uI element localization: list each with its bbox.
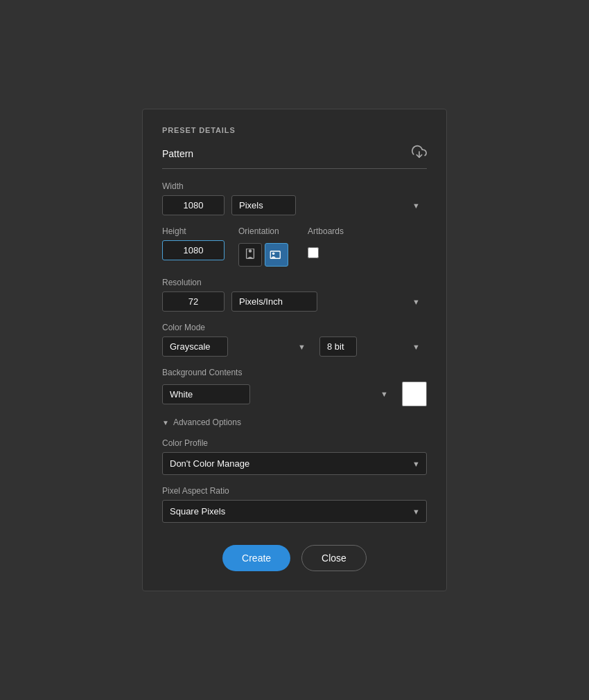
- svg-point-2: [249, 249, 252, 253]
- height-input[interactable]: [162, 240, 225, 260]
- height-orientation-row: Height Orientation: [162, 226, 427, 267]
- width-row: Pixels Inches Centimeters Millimeters Po…: [162, 195, 427, 215]
- height-label: Height: [162, 226, 225, 236]
- resolution-input[interactable]: [162, 291, 225, 312]
- save-icon[interactable]: [412, 144, 427, 163]
- artboards-label: Artboards: [308, 226, 344, 236]
- advanced-options-toggle[interactable]: ▼ Advanced Options: [162, 418, 427, 427]
- width-input[interactable]: [162, 195, 225, 215]
- width-group: Width Pixels Inches Centimeters Millimet…: [162, 181, 427, 215]
- color-mode-select[interactable]: Grayscale RGB Color CMYK Color Lab Color…: [162, 336, 228, 357]
- height-group: Height: [162, 226, 225, 260]
- color-profile-group: Color Profile Don't Color Manage sRGB IE…: [162, 438, 427, 475]
- advanced-options-label: Advanced Options: [173, 418, 241, 427]
- pixel-ratio-wrapper: Square Pixels D1/DV NTSC (0.91) D1/DV PA…: [162, 500, 427, 523]
- bit-depth-wrapper: 8 bit 16 bit 32 bit ▼: [319, 336, 427, 357]
- resolution-row: Pixels/Inch Pixels/Centimeter ▼: [162, 291, 427, 312]
- color-mode-wrapper: Grayscale RGB Color CMYK Color Lab Color…: [162, 336, 313, 357]
- color-profile-select[interactable]: Don't Color Manage sRGB IEC61966-2.1 Ado…: [162, 452, 427, 475]
- color-mode-chevron-icon: ▼: [298, 343, 306, 351]
- color-mode-row: Grayscale RGB Color CMYK Color Lab Color…: [162, 336, 427, 357]
- resolution-unit-select[interactable]: Pixels/Inch Pixels/Centimeter: [231, 291, 317, 312]
- preset-name-row: [162, 144, 427, 169]
- close-button[interactable]: Close: [301, 545, 367, 571]
- landscape-button[interactable]: [265, 243, 288, 267]
- bit-depth-chevron-icon: ▼: [412, 343, 420, 351]
- portrait-button[interactable]: [238, 243, 262, 267]
- pixel-ratio-select[interactable]: Square Pixels D1/DV NTSC (0.91) D1/DV PA…: [162, 500, 427, 523]
- background-label: Background Contents: [162, 368, 427, 377]
- orientation-label: Orientation: [238, 226, 288, 236]
- color-profile-wrapper: Don't Color Manage sRGB IEC61966-2.1 Ado…: [162, 452, 427, 475]
- color-mode-group: Color Mode Grayscale RGB Color CMYK Colo…: [162, 323, 427, 357]
- resolution-unit-chevron-icon: ▼: [412, 298, 420, 306]
- preset-details-dialog: PRESET DETAILS Width Pixels Inches Centi…: [142, 109, 447, 591]
- resolution-group: Resolution Pixels/Inch Pixels/Centimeter…: [162, 278, 427, 312]
- background-row: White Black Background Color Transparent…: [162, 382, 427, 406]
- pixel-ratio-group: Pixel Aspect Ratio Square Pixels D1/DV N…: [162, 486, 427, 523]
- resolution-label: Resolution: [162, 278, 427, 287]
- color-mode-label: Color Mode: [162, 323, 427, 332]
- create-button[interactable]: Create: [222, 545, 290, 571]
- width-unit-wrapper: Pixels Inches Centimeters Millimeters Po…: [231, 195, 427, 215]
- background-select[interactable]: White Black Background Color Transparent…: [162, 384, 250, 404]
- pixel-ratio-label: Pixel Aspect Ratio: [162, 486, 427, 496]
- advanced-options-chevron-icon: ▼: [162, 419, 169, 427]
- orientation-buttons: [238, 243, 288, 267]
- dialog-buttons: Create Close: [162, 545, 427, 571]
- background-color-swatch[interactable]: [402, 382, 427, 406]
- dialog-title: PRESET DETAILS: [162, 126, 427, 134]
- width-unit-chevron-icon: ▼: [412, 201, 420, 210]
- color-profile-label: Color Profile: [162, 438, 427, 448]
- background-group: Background Contents White Black Backgrou…: [162, 368, 427, 406]
- svg-point-4: [272, 253, 275, 255]
- background-select-wrapper: White Black Background Color Transparent…: [162, 384, 395, 404]
- artboards-checkbox[interactable]: [308, 247, 319, 258]
- width-label: Width: [162, 181, 427, 191]
- bit-depth-select[interactable]: 8 bit 16 bit 32 bit: [319, 336, 357, 357]
- width-unit-select[interactable]: Pixels Inches Centimeters Millimeters Po…: [231, 195, 296, 215]
- orientation-group: Orientation: [238, 226, 288, 267]
- preset-name-input[interactable]: [162, 148, 406, 159]
- background-chevron-icon: ▼: [380, 390, 388, 398]
- artboards-group: Artboards: [308, 226, 344, 258]
- resolution-unit-wrapper: Pixels/Inch Pixels/Centimeter ▼: [231, 291, 427, 312]
